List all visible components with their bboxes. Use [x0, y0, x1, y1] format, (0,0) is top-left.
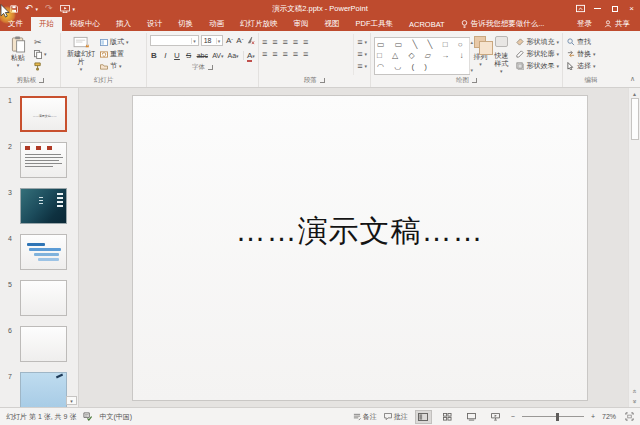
tab-review[interactable]: 审阅: [286, 17, 317, 31]
layout-button[interactable]: 版式▾: [100, 37, 129, 47]
tab-design[interactable]: 设计: [139, 17, 170, 31]
quick-styles-button[interactable]: 快速样式 ▾: [491, 34, 512, 75]
clear-formatting-button[interactable]: [246, 36, 255, 45]
tab-view[interactable]: 视图: [317, 17, 348, 31]
clipboard-dialog-launcher[interactable]: [39, 78, 44, 83]
tab-pdf-tools[interactable]: PDF工具集: [348, 17, 402, 31]
save-icon[interactable]: [10, 5, 18, 13]
tab-insert[interactable]: 插入: [108, 17, 139, 31]
tab-template-center[interactable]: 模板中心: [62, 17, 108, 31]
spell-check-icon[interactable]: [83, 412, 92, 421]
tell-me-box[interactable]: 告诉我您想要做什么...: [453, 17, 553, 31]
slide-number-indicator[interactable]: 幻灯片 第 1 张, 共 9 张: [6, 412, 76, 422]
thumbnail-slide-6[interactable]: [20, 326, 67, 362]
slide-sorter-view-button[interactable]: [439, 410, 456, 424]
shape-fill-button[interactable]: 形状填充▾: [515, 37, 559, 47]
start-slideshow-icon[interactable]: [60, 5, 70, 13]
thumbnail-item-2[interactable]: 2: [0, 142, 78, 178]
strikethrough-button[interactable]: abc: [196, 52, 208, 59]
tab-home[interactable]: 开始: [31, 17, 62, 31]
zoom-slider-thumb[interactable]: [556, 413, 559, 421]
thumbnail-slide-2[interactable]: [20, 142, 67, 178]
scroll-up-icon[interactable]: ▴: [633, 88, 636, 98]
replace-button[interactable]: 替换▾: [566, 49, 616, 59]
scrollbar-thumb[interactable]: [631, 98, 639, 140]
thumbnail-item-6[interactable]: 6: [0, 326, 78, 362]
thumbnail-item-1[interactable]: 1 ……演示文稿……: [0, 96, 78, 132]
shape-gallery-row[interactable]: ◠ ◡ ( ): [377, 63, 467, 71]
collapse-ribbon-button[interactable]: ∧: [630, 75, 635, 83]
sign-in-button[interactable]: 登录: [569, 17, 600, 31]
thumbnail-slide-5[interactable]: [20, 280, 67, 316]
reset-button[interactable]: 重置: [100, 49, 129, 59]
fit-slide-to-window-button[interactable]: [625, 412, 634, 421]
notes-button[interactable]: 备注: [353, 412, 377, 422]
thumbnail-slide-3[interactable]: [20, 188, 67, 224]
slideshow-view-button[interactable]: [487, 410, 504, 424]
new-slide-button[interactable]: 新建幻灯片 ▾: [64, 34, 98, 75]
reading-view-button[interactable]: [463, 410, 480, 424]
comments-button[interactable]: 批注: [384, 412, 408, 422]
ribbon-display-options-icon[interactable]: [572, 0, 589, 17]
align-right-button[interactable]: ≡: [283, 50, 288, 59]
paragraph-dialog-launcher[interactable]: [320, 78, 325, 83]
minimize-button[interactable]: [589, 0, 606, 17]
next-slide-button[interactable]: «: [631, 400, 638, 404]
copy-button[interactable]: ▾: [34, 49, 47, 59]
thumbnail-item-4[interactable]: 4: [0, 234, 78, 270]
cut-button[interactable]: ✂: [34, 37, 47, 47]
thumbnail-item-5[interactable]: 5: [0, 280, 78, 316]
align-center-button[interactable]: ≡: [272, 50, 277, 59]
font-color-button[interactable]: A▾: [243, 51, 255, 60]
italic-button[interactable]: I: [162, 51, 170, 60]
text-direction-button[interactable]: ≡▾: [357, 37, 367, 47]
shape-gallery-row[interactable]: □ △ ◇ ▱ → ↓: [377, 52, 467, 60]
underline-button[interactable]: U: [173, 51, 181, 60]
thumbnail-item-3[interactable]: 3: [0, 188, 78, 224]
previous-slide-button[interactable]: «: [631, 390, 638, 394]
font-dialog-launcher[interactable]: [208, 65, 213, 70]
increase-indent-button[interactable]: ≡: [293, 38, 298, 47]
share-button[interactable]: 共享: [600, 17, 640, 31]
slide-title-text[interactable]: ……演示文稿……: [236, 211, 484, 286]
paste-button[interactable]: 粘贴 ▾: [4, 34, 32, 75]
vertical-scrollbar[interactable]: ▴ « «: [628, 88, 640, 407]
shape-outline-button[interactable]: 形状轮廓▾: [515, 49, 559, 59]
grow-font-button[interactable]: Aˆ: [225, 36, 233, 45]
shape-gallery-row[interactable]: ▭ ▭ ╲ ╲ □ ○: [377, 41, 467, 49]
section-button[interactable]: 节▾: [100, 61, 129, 71]
zoom-level[interactable]: 72%: [602, 413, 618, 420]
line-spacing-button[interactable]: ≡: [303, 38, 308, 47]
find-button[interactable]: 查找: [566, 37, 616, 47]
font-size-combo[interactable]: 18▾: [201, 35, 224, 46]
shrink-font-button[interactable]: Aˇ: [236, 36, 244, 45]
bold-button[interactable]: B: [150, 51, 158, 60]
tab-file[interactable]: 文件: [0, 17, 31, 31]
smartart-convert-button[interactable]: ≡▾: [357, 61, 367, 71]
language-indicator[interactable]: 中文(中国): [99, 412, 132, 422]
shapes-gallery[interactable]: ▭ ▭ ╲ ╲ □ ○ □ △ ◇ ▱ → ↓ ◠ ◡ ( ) ▴ ▾: [374, 37, 470, 75]
thumbnail-slide-1[interactable]: ……演示文稿……: [20, 96, 67, 132]
thumbnail-slide-4[interactable]: [20, 234, 67, 270]
thumbnail-slide-7[interactable]: [20, 372, 67, 407]
numbering-button[interactable]: ≡: [272, 38, 277, 47]
undo-button[interactable]: ↶: [25, 4, 33, 13]
maximize-button[interactable]: [606, 0, 623, 17]
customize-qat-icon[interactable]: ▾: [73, 6, 76, 12]
thumbnail-scroll-down-button[interactable]: ▾: [66, 396, 77, 405]
decrease-indent-button[interactable]: ≡: [283, 38, 288, 47]
tab-slideshow[interactable]: 幻灯片放映: [232, 17, 286, 31]
close-button[interactable]: ×: [623, 0, 640, 17]
arrange-button[interactable]: 排列 ▾: [472, 34, 489, 75]
shadow-button[interactable]: S: [185, 51, 193, 60]
justify-button[interactable]: ≡: [293, 50, 298, 59]
align-text-button[interactable]: ≡▾: [357, 49, 367, 59]
tab-transitions[interactable]: 切换: [170, 17, 201, 31]
tab-animations[interactable]: 动画: [201, 17, 232, 31]
undo-dropdown-icon[interactable]: ▾: [36, 6, 39, 12]
drawing-dialog-launcher[interactable]: [472, 78, 477, 83]
align-left-button[interactable]: ≡: [262, 50, 267, 59]
change-case-button[interactable]: Aa▾: [228, 52, 239, 59]
normal-view-button[interactable]: [415, 410, 432, 424]
zoom-in-button[interactable]: +: [591, 413, 595, 420]
